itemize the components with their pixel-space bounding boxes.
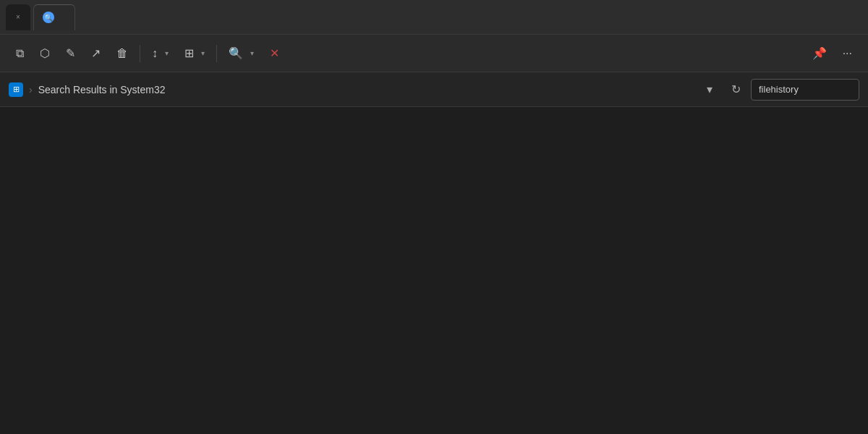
more-icon: ···: [843, 47, 852, 60]
delete-button[interactable]: 🗑: [109, 43, 135, 64]
search-options-chevron-icon: ▾: [250, 49, 254, 57]
share-button[interactable]: ↗: [84, 42, 108, 64]
search-options-icon: 🔍: [229, 46, 243, 60]
view-button[interactable]: ⊞ ▾: [177, 42, 212, 64]
share-icon: ↗: [91, 46, 101, 60]
nav-home-icon[interactable]: ⊞: [9, 82, 23, 97]
search-input[interactable]: [751, 79, 859, 101]
addressbar-actions: ▾ ↻: [699, 79, 859, 101]
pin-button[interactable]: 📌: [805, 42, 834, 64]
paste-icon: ⬡: [40, 46, 50, 60]
rename-button[interactable]: ✎: [59, 42, 82, 64]
paste-button[interactable]: ⬡: [33, 42, 57, 64]
breadcrumb-separator: ›: [29, 84, 33, 95]
new-tab-button[interactable]: [78, 14, 90, 20]
sort-chevron-icon: ▾: [165, 49, 169, 57]
copy-button[interactable]: ⧉: [9, 43, 31, 64]
sort-button[interactable]: ↕ ▾: [145, 43, 176, 64]
expand-address-button[interactable]: ▾: [699, 79, 720, 101]
toolbar: ⧉ ⬡ ✎ ↗ 🗑 ↕ ▾ ⊞ ▾ 🔍 ▾ ✕ 📌 ···: [0, 35, 868, 72]
rename-icon: ✎: [66, 46, 75, 60]
tab-active[interactable]: 🔍: [33, 4, 75, 30]
delete-icon: 🗑: [116, 47, 128, 60]
search-tab-icon: 🔍: [43, 12, 54, 23]
view-icon: ⊞: [184, 46, 194, 60]
close-inactive-icon[interactable]: ×: [14, 12, 22, 22]
toolbar-divider-1: [140, 45, 140, 62]
view-chevron-icon: ▾: [201, 49, 205, 57]
copy-icon: ⧉: [16, 47, 24, 60]
breadcrumb-text[interactable]: Search Results in System32: [38, 84, 693, 95]
file-list: [0, 107, 868, 119]
titlebar: × 🔍: [0, 0, 868, 35]
refresh-button[interactable]: ↻: [725, 79, 746, 101]
more-button[interactable]: ···: [835, 43, 859, 64]
toolbar-divider-2: [216, 45, 217, 62]
search-options-button[interactable]: 🔍 ▾: [221, 42, 261, 64]
addressbar: ⊞ › Search Results in System32 ▾ ↻: [0, 72, 868, 107]
close-search-icon: ✕: [270, 46, 279, 60]
tab-inactive[interactable]: ×: [6, 4, 30, 30]
sort-icon: ↕: [152, 47, 158, 60]
close-search-button[interactable]: ✕: [263, 42, 290, 64]
pin-icon: 📌: [812, 46, 827, 60]
